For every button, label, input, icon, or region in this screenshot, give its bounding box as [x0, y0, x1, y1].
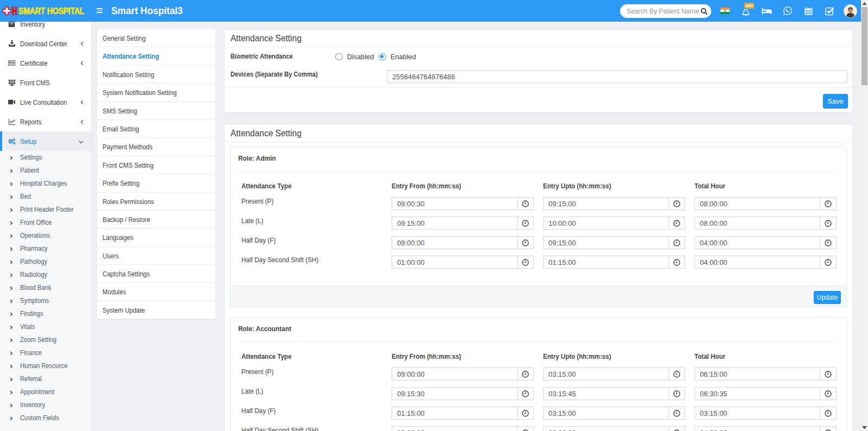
submenu-item[interactable]: Front Office: [0, 216, 91, 229]
total-hour-input[interactable]: [695, 237, 820, 249]
settings-menu-item[interactable]: Modules: [97, 283, 215, 301]
entry-from-input[interactable]: [392, 427, 517, 431]
settings-menu-item[interactable]: System Notification Setting: [97, 84, 215, 102]
sidebar-item-front-cms[interactable]: Front CMS: [0, 73, 91, 92]
clock-icon[interactable]: [668, 407, 685, 419]
submenu-item[interactable]: Referral: [0, 372, 91, 385]
clock-icon[interactable]: [820, 427, 836, 431]
settings-menu-item[interactable]: Front CMS Setting: [97, 156, 215, 174]
submenu-item[interactable]: Finance: [0, 346, 91, 359]
scrollbar-thumb[interactable]: [861, 7, 867, 85]
entry-upto-input[interactable]: [544, 237, 668, 249]
clock-icon[interactable]: [517, 198, 533, 210]
clock-icon[interactable]: [820, 217, 836, 229]
sidebar-item-certificate[interactable]: Certificate: [0, 53, 91, 73]
radio-enabled[interactable]: [379, 53, 386, 61]
settings-menu-item[interactable]: Prefix Setting: [97, 174, 215, 192]
clock-icon[interactable]: [820, 368, 836, 380]
sidebar-item-live-consultation[interactable]: Live Consultation: [0, 92, 91, 112]
submenu-item[interactable]: Operations: [0, 229, 91, 242]
sidebar-item-download-center[interactable]: Download Center: [0, 34, 91, 53]
total-hour-input[interactable]: [695, 217, 820, 229]
clock-icon[interactable]: [820, 198, 836, 210]
clock-icon[interactable]: [668, 368, 685, 380]
entry-upto-input[interactable]: [544, 217, 668, 229]
sidebar-item-setup[interactable]: Setup: [0, 131, 91, 151]
clock-icon[interactable]: [517, 256, 533, 268]
submenu-item[interactable]: Settings: [0, 151, 91, 164]
clock-icon[interactable]: [820, 256, 836, 268]
submenu-item[interactable]: Appointment: [0, 385, 91, 398]
submenu-item[interactable]: Print Header Footer: [0, 203, 91, 216]
submenu-item[interactable]: Vitals: [0, 320, 91, 333]
submenu-item[interactable]: Inventory: [0, 398, 91, 411]
settings-menu-item[interactable]: Captcha Settings: [97, 265, 215, 283]
clock-icon[interactable]: [668, 256, 685, 268]
entry-upto-input[interactable]: [544, 256, 668, 268]
search-icon[interactable]: [700, 8, 708, 15]
entry-upto-input[interactable]: [544, 407, 668, 419]
page-scrollbar[interactable]: [861, 0, 868, 431]
search-input[interactable]: [620, 8, 700, 15]
clock-icon[interactable]: [517, 427, 533, 431]
entry-from-input[interactable]: [392, 237, 517, 249]
entry-upto-input[interactable]: [544, 368, 668, 380]
clock-icon[interactable]: [668, 198, 685, 210]
clock-icon[interactable]: [517, 217, 533, 229]
clock-icon[interactable]: [517, 388, 533, 400]
settings-menu-item[interactable]: Attendance Setting: [97, 47, 215, 65]
scrollbar-down-arrow[interactable]: [861, 424, 868, 431]
clock-icon[interactable]: [668, 427, 685, 431]
language-flag-icon[interactable]: [715, 0, 736, 22]
bed-icon[interactable]: [757, 0, 778, 22]
submenu-item[interactable]: Findings: [0, 307, 91, 320]
clock-icon[interactable]: [668, 217, 685, 229]
task-check-icon[interactable]: [819, 0, 840, 22]
submenu-item[interactable]: Bed: [0, 190, 91, 203]
clock-icon[interactable]: [517, 407, 533, 419]
submenu-item[interactable]: Pathology: [0, 255, 91, 268]
calendar-icon[interactable]: [799, 0, 820, 22]
app-logo[interactable]: SMART HOSPITAL: [2, 0, 96, 22]
entry-from-input[interactable]: [392, 368, 517, 380]
update-button[interactable]: Update: [814, 291, 841, 304]
clock-icon[interactable]: [820, 388, 836, 400]
clock-icon[interactable]: [820, 237, 836, 249]
settings-menu-item[interactable]: Notification Setting: [97, 66, 215, 84]
save-button[interactable]: Save: [823, 94, 848, 109]
entry-upto-input[interactable]: [544, 427, 668, 431]
settings-menu-item[interactable]: Email Setting: [97, 120, 215, 138]
total-hour-input[interactable]: [695, 256, 820, 268]
submenu-item[interactable]: Symptoms: [0, 294, 91, 307]
total-hour-input[interactable]: [695, 427, 820, 431]
entry-upto-input[interactable]: [544, 388, 668, 400]
scrollbar-up-arrow[interactable]: [861, 0, 868, 7]
submenu-item[interactable]: Hospital Charges: [0, 177, 91, 190]
settings-menu-item[interactable]: Roles Permissions: [97, 193, 215, 211]
total-hour-input[interactable]: [695, 388, 820, 400]
submenu-item[interactable]: Zoom Setting: [0, 333, 91, 346]
total-hour-input[interactable]: [695, 407, 820, 419]
settings-menu-item[interactable]: System Update: [97, 301, 215, 319]
settings-menu-item[interactable]: SMS Setting: [97, 102, 215, 120]
radio-disabled[interactable]: [335, 53, 343, 61]
entry-from-input[interactable]: [392, 217, 517, 229]
submenu-item[interactable]: Human Resource: [0, 359, 91, 372]
total-hour-input[interactable]: [695, 368, 820, 380]
submenu-item[interactable]: Blood Bank: [0, 281, 91, 294]
total-hour-input[interactable]: [695, 198, 820, 210]
submenu-item[interactable]: Radiology: [0, 268, 91, 281]
settings-menu-item[interactable]: Backup / Restore: [97, 211, 215, 229]
notifications-bell-icon[interactable]: 680: [736, 0, 757, 22]
submenu-item[interactable]: Patient: [0, 164, 91, 177]
settings-menu-item[interactable]: Users: [97, 247, 215, 265]
radio-disabled-label[interactable]: Disabled: [347, 53, 374, 61]
clock-icon[interactable]: [517, 237, 533, 249]
entry-from-input[interactable]: [392, 198, 517, 210]
clock-icon[interactable]: [668, 388, 685, 400]
submenu-item[interactable]: Custom Fields: [0, 411, 91, 424]
settings-menu-item[interactable]: Payment Methods: [97, 138, 215, 156]
devices-input[interactable]: [387, 70, 847, 83]
clock-icon[interactable]: [820, 407, 836, 419]
entry-from-input[interactable]: [392, 256, 517, 268]
